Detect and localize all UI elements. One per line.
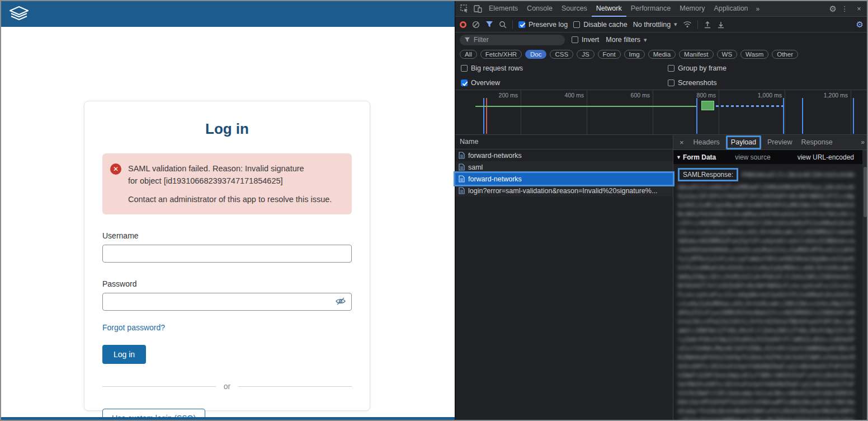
preserve-log-checkbox[interactable] — [518, 21, 525, 28]
saml-response-key: SAMLResponse: — [678, 168, 738, 181]
close-details-icon[interactable]: × — [674, 138, 689, 147]
chip-ws[interactable]: WS — [717, 50, 738, 59]
forgot-password-link[interactable]: Forgot password? — [102, 323, 165, 332]
timeline-tick: 600 ms — [587, 90, 653, 134]
overview-checkbox[interactable] — [461, 79, 468, 86]
disable-cache-checkbox[interactable] — [573, 21, 580, 28]
username-input[interactable] — [102, 245, 352, 263]
requests-list: forward-networks saml forward-networks l… — [455, 149, 673, 197]
view-url-encoded-link[interactable]: view URL-encoded — [798, 153, 854, 161]
chip-other[interactable]: Other — [772, 50, 798, 59]
search-icon[interactable] — [499, 21, 507, 29]
details-tab-response[interactable]: Response — [797, 135, 837, 150]
request-name: forward-networks — [468, 175, 522, 183]
chip-doc[interactable]: Doc — [525, 50, 546, 59]
footer-bar — [1, 417, 455, 420]
timeline-tick: 400 ms — [521, 90, 587, 134]
error-alert: ✕ SAML validation failed. Reason: Invali… — [102, 153, 352, 214]
device-toolbar-icon[interactable] — [471, 2, 484, 16]
toolbar-divider — [512, 20, 513, 29]
login-page: Log in ✕ SAML validation failed. Reason:… — [1, 1, 455, 420]
filter-input[interactable] — [474, 36, 560, 44]
tab-application[interactable]: Application — [709, 1, 752, 17]
tab-console[interactable]: Console — [522, 1, 557, 17]
toggle-password-visibility-icon[interactable] — [335, 296, 346, 306]
details-tab-preview[interactable]: Preview — [763, 135, 796, 150]
chip-js[interactable]: JS — [577, 50, 594, 59]
view-source-link[interactable]: view source — [735, 153, 770, 161]
devtools-tabbar: Elements Console Sources Network Perform… — [455, 1, 868, 17]
filter-icon[interactable] — [485, 21, 493, 28]
group-by-frame-checkbox[interactable] — [668, 65, 674, 72]
timeline-request-dashes — [716, 105, 785, 107]
request-row[interactable]: forward-networks — [455, 149, 673, 161]
password-input[interactable] — [102, 293, 352, 311]
more-details-tabs-icon[interactable]: » — [857, 138, 868, 146]
export-har-icon[interactable] — [717, 21, 725, 29]
tab-performance[interactable]: Performance — [626, 1, 676, 17]
funnel-icon — [464, 37, 470, 43]
chevron-down-icon: ▾ — [674, 21, 677, 28]
clear-network-log-icon[interactable] — [472, 21, 480, 29]
request-row[interactable]: saml — [455, 161, 673, 173]
invert-checkbox[interactable] — [572, 36, 578, 43]
tab-elements[interactable]: Elements — [484, 1, 522, 17]
network-settings-gear-icon[interactable]: ⚙ — [856, 20, 864, 30]
document-icon — [459, 163, 465, 171]
error-line3: Contact an administrator of this app to … — [128, 193, 332, 205]
document-icon — [459, 152, 465, 159]
invert-label: Invert — [582, 36, 599, 44]
details-scrollbar[interactable] — [862, 150, 868, 420]
screenshots-label: Screenshots — [678, 79, 716, 87]
throttling-value: No throttling — [633, 21, 671, 29]
triangle-expanded-icon[interactable]: ▼ — [674, 155, 683, 160]
details-tab-payload[interactable]: Payload — [726, 135, 761, 149]
chip-wasm[interactable]: Wasm — [740, 50, 768, 59]
record-network-log-icon[interactable] — [460, 21, 466, 28]
filter-row: Invert More filters ▾ — [455, 32, 868, 47]
screenshots-checkbox[interactable] — [668, 79, 674, 86]
request-row-selected[interactable]: forward-networks — [455, 173, 673, 185]
forward-networks-logo — [8, 6, 30, 22]
scrollbar-thumb[interactable] — [864, 167, 867, 217]
name-column-header[interactable]: Name — [455, 135, 673, 149]
filter-input-wrap — [460, 35, 565, 45]
more-filters-dropdown[interactable]: More filters ▾ — [606, 36, 647, 44]
username-label: Username — [102, 231, 352, 240]
tab-memory[interactable]: Memory — [675, 1, 709, 17]
divider-line-left — [102, 386, 216, 387]
login-button[interactable]: Log in — [102, 345, 146, 364]
kebab-menu-icon[interactable]: ⋮ — [838, 2, 851, 16]
details-tab-headers[interactable]: Headers — [689, 135, 724, 150]
request-name: login?error=saml-validation&reason=Inval… — [468, 187, 657, 195]
network-overview-timeline[interactable]: 200 ms 400 ms 600 ms 800 ms 1,000 ms 1,2… — [455, 90, 868, 135]
request-name: saml — [468, 163, 483, 171]
tab-network[interactable]: Network — [592, 1, 626, 17]
chip-all[interactable]: All — [460, 50, 477, 59]
close-devtools-icon[interactable]: × — [852, 2, 866, 16]
chip-font[interactable]: Font — [598, 50, 621, 59]
preserve-log-label: Preserve log — [529, 21, 568, 29]
import-har-icon[interactable] — [704, 21, 711, 29]
form-data-section-header: ▼ Form Data view source view URL-encoded — [673, 150, 868, 164]
request-row[interactable]: login?error=saml-validation&reason=Inval… — [455, 185, 673, 197]
options-row-2: Overview Screenshots — [455, 76, 868, 90]
more-tabs-icon[interactable]: » — [753, 5, 763, 13]
login-card: Log in ✕ SAML validation failed. Reason:… — [84, 101, 370, 411]
big-request-rows-label: Big request rows — [471, 64, 523, 72]
chip-manifest[interactable]: Manifest — [679, 50, 713, 59]
big-request-rows-checkbox[interactable] — [461, 65, 468, 72]
throttling-dropdown[interactable]: No throttling ▾ — [633, 21, 677, 29]
inspect-element-icon[interactable] — [457, 2, 471, 16]
chip-fetch-xhr[interactable]: Fetch/XHR — [480, 50, 522, 59]
network-conditions-icon[interactable] — [683, 21, 692, 28]
tab-sources[interactable]: Sources — [557, 1, 592, 17]
chevron-down-icon: ▾ — [644, 36, 647, 44]
chip-img[interactable]: Img — [624, 50, 645, 59]
timeline-event-line — [783, 98, 784, 134]
screenshot-root: Log in ✕ SAML validation failed. Reason:… — [0, 0, 868, 421]
chip-css[interactable]: CSS — [550, 50, 573, 59]
chip-media[interactable]: Media — [648, 50, 676, 59]
request-details-panel: × Headers Payload Preview Response » ▼ F… — [673, 135, 868, 420]
settings-gear-icon[interactable]: ⚙ — [829, 4, 837, 14]
